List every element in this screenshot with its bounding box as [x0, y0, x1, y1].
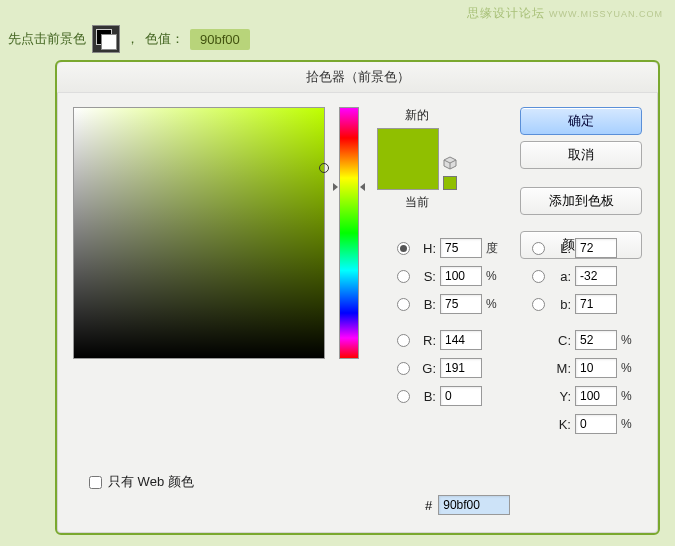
s-radio[interactable]	[397, 270, 410, 283]
hex-input[interactable]	[438, 495, 510, 515]
g-radio[interactable]	[397, 362, 410, 375]
instruction-prefix: 先点击前景色	[8, 30, 86, 48]
y-label: Y:	[549, 389, 571, 404]
b-hsb-unit: %	[486, 297, 506, 311]
s-input[interactable]	[440, 266, 482, 286]
l-radio[interactable]	[532, 242, 545, 255]
hue-pointer-left-icon	[333, 183, 338, 191]
h-label: H:	[414, 241, 436, 256]
b-rgb-label: B:	[414, 389, 436, 404]
instruction-hex-chip: 90bf00	[190, 29, 250, 50]
a-input[interactable]	[575, 266, 617, 286]
watermark-text: 思缘设计论坛	[467, 6, 545, 20]
color-values-grid: H: 度 L: S: % a: B: % b:	[397, 234, 675, 438]
r-label: R:	[414, 333, 436, 348]
b-hsb-radio[interactable]	[397, 298, 410, 311]
s-unit: %	[486, 269, 506, 283]
instruction-comma: ，	[126, 30, 139, 48]
m-input[interactable]	[575, 358, 617, 378]
l-label: L:	[549, 241, 571, 256]
hex-row: #	[425, 495, 510, 515]
k-unit: %	[621, 417, 641, 431]
b-lab-radio[interactable]	[532, 298, 545, 311]
a-radio[interactable]	[532, 270, 545, 283]
hex-hash-label: #	[425, 498, 432, 513]
preview-current-color[interactable]	[378, 159, 438, 189]
b-rgb-input[interactable]	[440, 386, 482, 406]
gamut-swatch[interactable]	[443, 176, 457, 190]
instruction-text: 先点击前景色 ， 色值： 90bf00	[8, 25, 250, 53]
g-label: G:	[414, 361, 436, 376]
s-label: S:	[414, 269, 436, 284]
h-radio[interactable]	[397, 242, 410, 255]
k-input[interactable]	[575, 414, 617, 434]
color-preview-box	[377, 128, 439, 190]
b-rgb-radio[interactable]	[397, 390, 410, 403]
a-label: a:	[549, 269, 571, 284]
r-radio[interactable]	[397, 334, 410, 347]
c-unit: %	[621, 333, 641, 347]
hue-slider[interactable]	[339, 107, 359, 359]
hue-pointer-right-icon	[360, 183, 365, 191]
y-unit: %	[621, 389, 641, 403]
preview-new-label: 新的	[405, 107, 429, 124]
g-input[interactable]	[440, 358, 482, 378]
b-lab-input[interactable]	[575, 294, 617, 314]
web-only-checkbox-row[interactable]: 只有 Web 颜色	[89, 473, 194, 491]
ok-button[interactable]: 确定	[520, 107, 642, 135]
b-lab-label: b:	[549, 297, 571, 312]
c-input[interactable]	[575, 330, 617, 350]
watermark-url: WWW.MISSYUAN.COM	[549, 9, 663, 19]
dialog-title: 拾色器（前景色）	[57, 62, 658, 93]
foreground-background-swatch-icon	[92, 25, 120, 53]
watermark: 思缘设计论坛 WWW.MISSYUAN.COM	[467, 5, 663, 22]
m-unit: %	[621, 361, 641, 375]
web-only-label: 只有 Web 颜色	[108, 473, 194, 491]
b-hsb-label: B:	[414, 297, 436, 312]
y-input[interactable]	[575, 386, 617, 406]
h-unit: 度	[486, 240, 506, 257]
sv-cursor-icon[interactable]	[319, 163, 329, 173]
preview-new-color[interactable]	[378, 129, 438, 159]
instruction-hex-label: 色值：	[145, 30, 184, 48]
add-to-swatches-button[interactable]: 添加到色板	[520, 187, 642, 215]
k-label: K:	[549, 417, 571, 432]
h-input[interactable]	[440, 238, 482, 258]
b-hsb-input[interactable]	[440, 294, 482, 314]
preview-current-label: 当前	[405, 194, 429, 211]
r-input[interactable]	[440, 330, 482, 350]
gamut-warning-icon[interactable]	[443, 156, 457, 170]
l-input[interactable]	[575, 238, 617, 258]
color-picker-dialog: 拾色器（前景色） 新的 当前	[55, 60, 660, 535]
cancel-button[interactable]: 取消	[520, 141, 642, 169]
m-label: M:	[549, 361, 571, 376]
c-label: C:	[549, 333, 571, 348]
saturation-value-field[interactable]	[73, 107, 325, 359]
web-only-checkbox[interactable]	[89, 476, 102, 489]
